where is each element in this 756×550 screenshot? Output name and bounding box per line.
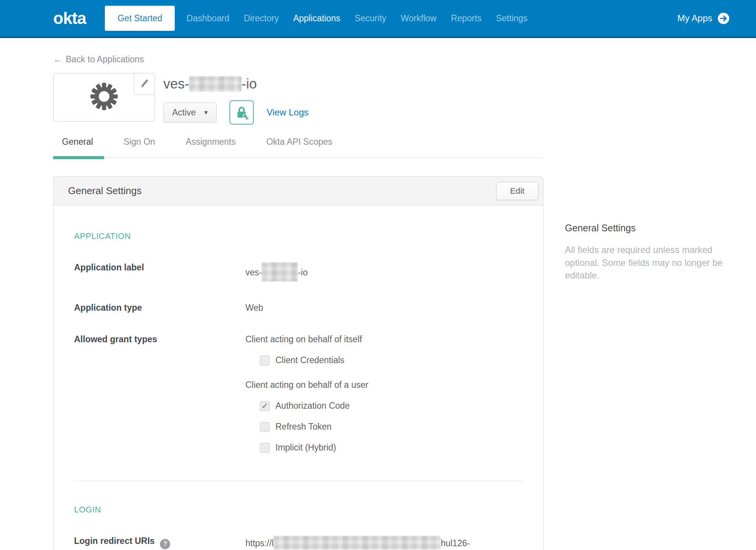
nav-security[interactable]: Security bbox=[355, 13, 386, 24]
nav-dashboard[interactable]: Dashboard bbox=[187, 13, 229, 24]
grant-group-heading-itself: Client acting on behalf of itself bbox=[245, 334, 523, 345]
nav-workflow[interactable]: Workflow bbox=[401, 13, 437, 24]
tab-sign-on[interactable]: Sign On bbox=[123, 137, 155, 158]
active-tab-indicator bbox=[53, 156, 104, 159]
top-nav: okta Get Started Dashboard Directory App… bbox=[0, 0, 756, 38]
field-label: Application label bbox=[74, 262, 245, 273]
redacted-app-name bbox=[189, 76, 242, 92]
tab-okta-api-scopes[interactable]: Okta API Scopes bbox=[266, 137, 332, 158]
back-to-applications-link[interactable]: ← Back to Applications bbox=[53, 54, 144, 65]
option-label: Authorization Code bbox=[275, 401, 350, 411]
option-implicit-hybrid: Implicit (Hybrid) bbox=[260, 443, 523, 453]
help-sidebar: General Settings All fields are required… bbox=[565, 223, 728, 282]
app-logo-box bbox=[53, 73, 155, 122]
tab-general[interactable]: General bbox=[62, 137, 93, 158]
option-authorization-code: ✓ Authorization Code bbox=[260, 401, 523, 411]
field-allowed-grant-types: Allowed grant types Client acting on beh… bbox=[74, 334, 523, 453]
field-value: https://lhul126- bbox=[245, 536, 523, 550]
view-logs-link[interactable]: View Logs bbox=[267, 107, 308, 118]
tab-assignments[interactable]: Assignments bbox=[186, 137, 236, 158]
nav-settings[interactable]: Settings bbox=[496, 13, 527, 24]
nav-reports[interactable]: Reports bbox=[451, 13, 482, 24]
pencil-icon bbox=[139, 78, 150, 90]
checkbox-client-credentials[interactable] bbox=[260, 356, 270, 365]
option-client-credentials: Client Credentials bbox=[260, 355, 523, 365]
status-label: Active bbox=[172, 107, 196, 118]
my-apps-arrow-icon bbox=[718, 13, 729, 24]
grant-types-value: Client acting on behalf of itself Client… bbox=[245, 334, 523, 453]
checkbox-authorization-code[interactable]: ✓ bbox=[260, 401, 270, 411]
redacted-app-label bbox=[262, 262, 298, 281]
checkbox-implicit-hybrid[interactable] bbox=[260, 443, 270, 453]
page-body: ← Back to Applications bbox=[0, 38, 756, 548]
app-title: ves--io bbox=[163, 76, 257, 92]
grant-group-heading-user: Client acting on behalf of a user bbox=[245, 380, 523, 390]
login-section-heading: LOGIN bbox=[74, 505, 523, 515]
field-application-label: Application label ves--io bbox=[74, 262, 523, 281]
redacted-redirect-uri bbox=[274, 536, 441, 550]
field-application-type: Application type Web bbox=[74, 303, 523, 313]
help-sidebar-heading: General Settings bbox=[565, 223, 728, 234]
gear-icon bbox=[89, 82, 119, 113]
application-section-heading: APPLICATION bbox=[74, 231, 523, 241]
help-icon[interactable]: ? bbox=[160, 539, 170, 549]
checkbox-refresh-token[interactable] bbox=[260, 422, 270, 432]
lock-key-icon bbox=[234, 105, 249, 120]
edit-button[interactable]: Edit bbox=[496, 182, 538, 200]
back-arrow-icon: ← bbox=[53, 54, 62, 65]
status-dropdown[interactable]: Active ▾ bbox=[163, 103, 217, 123]
option-label: Client Credentials bbox=[275, 355, 345, 365]
option-label: Implicit (Hybrid) bbox=[275, 443, 336, 453]
option-refresh-token: Refresh Token bbox=[260, 422, 523, 432]
nav-get-started[interactable]: Get Started bbox=[105, 6, 175, 31]
nav-directory[interactable]: Directory bbox=[244, 13, 279, 24]
general-settings-panel: General Settings Edit APPLICATION Applic… bbox=[53, 176, 544, 550]
section-divider bbox=[74, 481, 523, 481]
panel-header: General Settings Edit bbox=[54, 177, 543, 205]
lock-key-button[interactable] bbox=[229, 100, 254, 125]
field-label: Login redirect URIs? bbox=[74, 536, 245, 549]
check-icon: ✓ bbox=[261, 402, 268, 410]
field-label: Application type bbox=[74, 303, 245, 313]
panel-title: General Settings bbox=[68, 185, 142, 197]
main-nav: Dashboard Directory Applications Securit… bbox=[179, 13, 535, 24]
panel-body: APPLICATION Application label ves--io Ap… bbox=[54, 205, 543, 550]
app-header: ves--io Active ▾ V bbox=[53, 73, 756, 122]
app-tabs: General Sign On Assignments Okta API Sco… bbox=[53, 137, 544, 158]
app-controls: Active ▾ View Logs bbox=[163, 100, 308, 125]
chevron-down-icon: ▾ bbox=[204, 108, 208, 117]
help-sidebar-body: All fields are required unless marked op… bbox=[565, 243, 728, 282]
option-label: Refresh Token bbox=[275, 422, 332, 432]
field-login-redirect-uris: Login redirect URIs? https://lhul126- bbox=[74, 536, 523, 550]
field-label: Allowed grant types bbox=[74, 334, 245, 345]
edit-logo-button[interactable] bbox=[134, 73, 155, 95]
field-value: Web bbox=[245, 303, 523, 313]
field-value: ves--io bbox=[245, 262, 523, 281]
okta-logo[interactable]: okta bbox=[53, 9, 86, 28]
back-link-label: Back to Applications bbox=[66, 54, 144, 65]
nav-applications[interactable]: Applications bbox=[293, 13, 340, 24]
my-apps-label: My Apps bbox=[677, 13, 712, 24]
my-apps-link[interactable]: My Apps bbox=[677, 13, 729, 24]
